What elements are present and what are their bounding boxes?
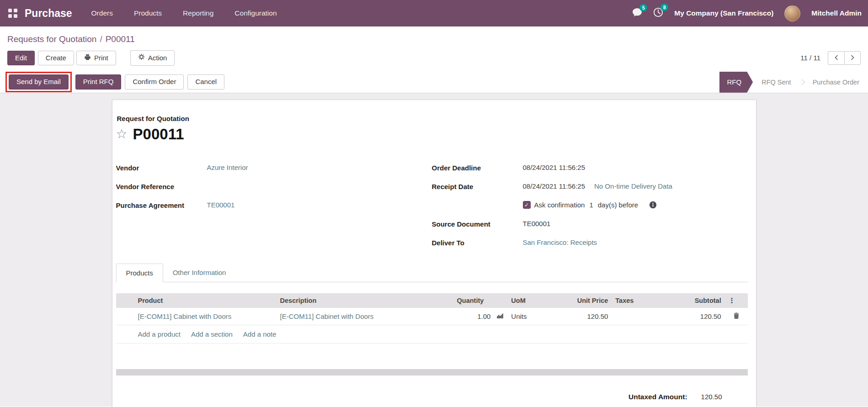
line-product[interactable]: [E-COM11] Cabinet with Doors bbox=[138, 312, 232, 320]
stage-rfq[interactable]: RFQ bbox=[719, 72, 753, 93]
control-panel: Edit Create Print Action bbox=[0, 46, 868, 72]
messages-badge: 5 bbox=[639, 4, 647, 11]
control-panel-buttons: Edit Create Print Action bbox=[7, 50, 175, 66]
pager-previous-button[interactable] bbox=[828, 51, 844, 65]
col-product[interactable]: Product bbox=[116, 293, 277, 308]
order-deadline-label: Order Deadline bbox=[432, 164, 523, 172]
deliver-to-value[interactable]: San Francisco: Receipts bbox=[523, 238, 597, 246]
col-taxes[interactable]: Taxes bbox=[612, 293, 642, 308]
reminder-days-suffix: day(s) before bbox=[598, 201, 638, 209]
pager: 11 / 11 bbox=[800, 51, 861, 65]
line-uom: Units bbox=[507, 308, 548, 325]
reminder-days-value[interactable]: 1 bbox=[589, 201, 593, 209]
source-document-label: Source Document bbox=[432, 220, 523, 228]
breadcrumb-current: P00011 bbox=[106, 34, 135, 44]
status-pipeline: RFQ RFQ Sent Purchase Order bbox=[719, 72, 868, 93]
col-description[interactable]: Description bbox=[277, 293, 426, 308]
statusbar: Send by Email Print RFQ Confirm Order Ca… bbox=[0, 72, 868, 93]
untaxed-amount-value: 120.50 bbox=[701, 393, 722, 401]
app-name[interactable]: Purchase bbox=[25, 7, 72, 20]
receipt-date-label: Receipt Date bbox=[432, 182, 523, 190]
add-note-link[interactable]: Add a note bbox=[243, 330, 277, 338]
line-subtotal: 120.50 bbox=[642, 308, 725, 325]
messages-button[interactable]: 5 bbox=[632, 8, 642, 19]
apps-menu-icon[interactable] bbox=[8, 9, 18, 18]
cancel-button[interactable]: Cancel bbox=[187, 74, 224, 90]
purchase-agreement-value[interactable]: TE00001 bbox=[207, 201, 235, 209]
totals-section: Untaxed Amount: 120.50 bbox=[116, 393, 748, 401]
document-name: P00011 bbox=[133, 126, 184, 143]
field-groups: Vendor Azure Interior Vendor Reference P… bbox=[116, 164, 748, 257]
forecast-chart-icon[interactable] bbox=[496, 312, 504, 320]
menu-reporting[interactable]: Reporting bbox=[183, 9, 213, 17]
tab-products[interactable]: Products bbox=[116, 264, 163, 282]
line-description: [E-COM11] Cabinet with Doors bbox=[280, 312, 374, 320]
col-uom[interactable]: UoM bbox=[507, 293, 548, 308]
vendor-field: Vendor Azure Interior bbox=[116, 164, 432, 182]
annotation-highlight-box: Send by Email bbox=[5, 72, 72, 92]
ask-confirmation-field: ✓ Ask confirmation 1 day(s) before bbox=[432, 201, 748, 220]
breadcrumb-parent[interactable]: Requests for Quotation bbox=[7, 34, 96, 44]
breadcrumb-separator: / bbox=[100, 34, 102, 44]
notebook-tabs: Products Other Information bbox=[116, 264, 748, 282]
source-document-value: TE00001 bbox=[523, 220, 551, 227]
add-section-link[interactable]: Add a section bbox=[191, 330, 233, 338]
untaxed-amount-label: Untaxed Amount: bbox=[628, 393, 687, 401]
ask-confirmation-checkbox[interactable]: ✓ bbox=[523, 201, 531, 209]
receipt-date-value: 08/24/2021 11:56:25 bbox=[523, 182, 586, 190]
activities-button[interactable]: 8 bbox=[653, 7, 663, 19]
stage-purchase-order[interactable]: Purchase Order bbox=[804, 72, 868, 93]
edit-button[interactable]: Edit bbox=[7, 51, 35, 66]
form-sheet: Request for Quotation ☆ P00011 Vendor Az… bbox=[112, 100, 756, 407]
print-button[interactable]: Print bbox=[76, 51, 116, 66]
tab-other-information[interactable]: Other Information bbox=[163, 264, 236, 282]
add-product-link[interactable]: Add a product bbox=[138, 330, 181, 338]
user-avatar[interactable] bbox=[784, 5, 800, 21]
breadcrumb: Requests for Quotation/P00011 bbox=[0, 26, 868, 46]
navbar-right: 5 8 My Company (San Francisco) Mitchell … bbox=[632, 5, 862, 21]
delivery-data-link[interactable]: No On-time Delivery Data bbox=[594, 182, 672, 190]
confirm-order-button[interactable]: Confirm Order bbox=[125, 74, 184, 90]
gear-icon bbox=[138, 53, 145, 63]
purchase-agreement-label: Purchase Agreement bbox=[116, 201, 207, 209]
order-line-row[interactable]: [E-COM11] Cabinet with Doors [E-COM11] C… bbox=[116, 308, 748, 325]
top-navbar: Purchase Orders Products Reporting Confi… bbox=[0, 0, 868, 26]
printer-icon bbox=[84, 54, 91, 63]
line-taxes bbox=[612, 308, 642, 325]
table-header-row: Product Description Quantity UoM Unit Pr… bbox=[116, 293, 748, 308]
vendor-reference-field: Vendor Reference bbox=[116, 182, 432, 201]
order-deadline-field: Order Deadline 08/24/2021 11:56:25 bbox=[432, 164, 748, 182]
delete-line-button[interactable] bbox=[725, 308, 748, 325]
order-lines-table: Product Description Quantity UoM Unit Pr… bbox=[116, 293, 748, 325]
favorite-star-icon[interactable]: ☆ bbox=[116, 128, 128, 141]
statusbar-buttons: Send by Email Print RFQ Confirm Order Ca… bbox=[5, 72, 224, 93]
line-quantity: 1.00 bbox=[477, 312, 490, 320]
menu-orders[interactable]: Orders bbox=[91, 9, 113, 17]
send-by-email-button[interactable]: Send by Email bbox=[9, 74, 69, 90]
left-field-column: Vendor Azure Interior Vendor Reference P… bbox=[116, 164, 432, 257]
col-quantity[interactable]: Quantity bbox=[426, 293, 508, 308]
order-deadline-value: 08/24/2021 11:56:25 bbox=[523, 164, 586, 171]
pager-counter: 11 / 11 bbox=[800, 54, 820, 62]
menu-products[interactable]: Products bbox=[134, 9, 162, 17]
user-menu[interactable]: Mitchell Admin bbox=[811, 9, 862, 17]
print-rfq-button[interactable]: Print RFQ bbox=[75, 74, 122, 90]
col-subtotal[interactable]: Subtotal bbox=[642, 293, 725, 308]
right-field-column: Order Deadline 08/24/2021 11:56:25 Recei… bbox=[432, 164, 748, 257]
activities-badge: 8 bbox=[660, 4, 668, 11]
col-unit-price[interactable]: Unit Price bbox=[548, 293, 612, 308]
stage-rfq-sent[interactable]: RFQ Sent bbox=[753, 72, 799, 93]
pager-next-button[interactable] bbox=[844, 51, 861, 65]
create-button[interactable]: Create bbox=[38, 51, 74, 66]
info-icon[interactable] bbox=[649, 201, 657, 209]
chevron-right-icon bbox=[851, 54, 854, 62]
menu-configuration[interactable]: Configuration bbox=[234, 9, 277, 17]
source-document-field: Source Document TE00001 bbox=[432, 220, 748, 238]
optional-columns-icon[interactable]: ⋮ bbox=[725, 293, 748, 308]
trash-icon bbox=[734, 312, 739, 320]
deliver-to-label: Deliver To bbox=[432, 238, 523, 247]
purchase-agreement-field: Purchase Agreement TE00001 bbox=[116, 201, 432, 220]
company-switcher[interactable]: My Company (San Francisco) bbox=[674, 9, 773, 17]
action-button[interactable]: Action bbox=[130, 50, 175, 66]
vendor-value[interactable]: Azure Interior bbox=[207, 164, 248, 171]
